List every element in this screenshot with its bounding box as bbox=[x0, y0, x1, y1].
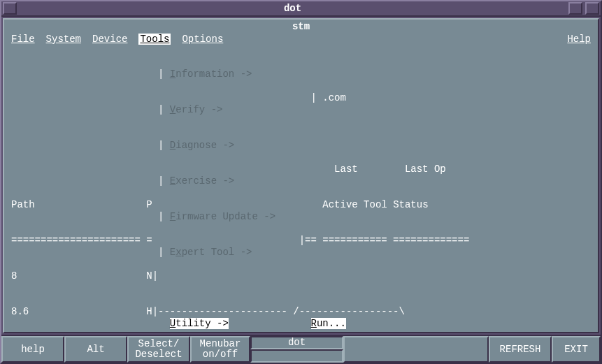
menu-device[interactable]: Device bbox=[92, 34, 127, 45]
toolbar-dot-input[interactable] bbox=[250, 349, 343, 363]
submenu-run[interactable]: Run... bbox=[311, 318, 346, 329]
toolbar-refresh-button[interactable]: REFRESH bbox=[489, 336, 552, 363]
toolbar-select-button[interactable]: Select/ Deselect bbox=[127, 336, 190, 363]
tools-exercise: Exercise -> bbox=[170, 175, 234, 187]
tools-information: Information -> bbox=[170, 68, 252, 80]
menu-help[interactable]: Help bbox=[567, 34, 591, 45]
menu-file[interactable]: File bbox=[11, 34, 35, 45]
tools-diagnose: Diagnose -> bbox=[170, 140, 234, 151]
toolbar-exit-button[interactable]: EXIT bbox=[552, 336, 601, 363]
toolbar-alt-button[interactable]: Alt bbox=[64, 336, 127, 363]
toolbar-menubar-button[interactable]: Menubar on/off bbox=[190, 336, 250, 363]
menu-tools[interactable]: Tools bbox=[138, 34, 171, 45]
menubar: File System Device Tools Options Help bbox=[11, 34, 591, 45]
toolbar-help-button[interactable]: help bbox=[1, 336, 64, 363]
app-title: stm bbox=[11, 21, 591, 32]
window-maximize-button[interactable] bbox=[585, 2, 599, 15]
window-title: dot bbox=[18, 3, 567, 14]
tools-utility[interactable]: Utility -> bbox=[170, 318, 229, 329]
menu-system[interactable]: System bbox=[46, 34, 81, 45]
toolbar-spacer bbox=[343, 336, 489, 363]
window-minimize-button[interactable] bbox=[568, 2, 582, 15]
terminal-area: stm File System Device Tools Options Hel… bbox=[3, 18, 599, 333]
toolbar-dot-label: dot bbox=[250, 336, 343, 349]
window-menu-button[interactable] bbox=[3, 2, 17, 15]
titlebar: dot bbox=[1, 1, 601, 17]
toolbar-dot-cell: dot bbox=[250, 336, 343, 363]
tools-verify: Verify -> bbox=[170, 104, 223, 115]
terminal-grid: | .com Last Last Op Path P Active Tool S… bbox=[11, 45, 591, 333]
window-frame: dot stm File System Device Tools Options… bbox=[0, 0, 602, 364]
tools-firmware: Firmware Update -> bbox=[170, 211, 275, 222]
tools-expert: Expert Tool -> bbox=[170, 247, 252, 258]
bottom-toolbar: help Alt Select/ Deselect Menubar on/off… bbox=[1, 335, 601, 363]
menu-options[interactable]: Options bbox=[182, 34, 223, 45]
